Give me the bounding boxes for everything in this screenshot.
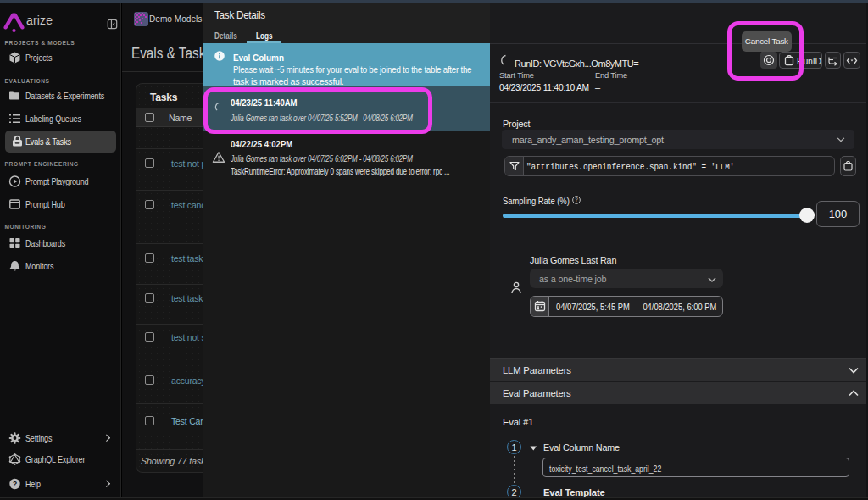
svg-text:?: ? (13, 480, 17, 488)
svg-text:?: ? (575, 197, 578, 203)
